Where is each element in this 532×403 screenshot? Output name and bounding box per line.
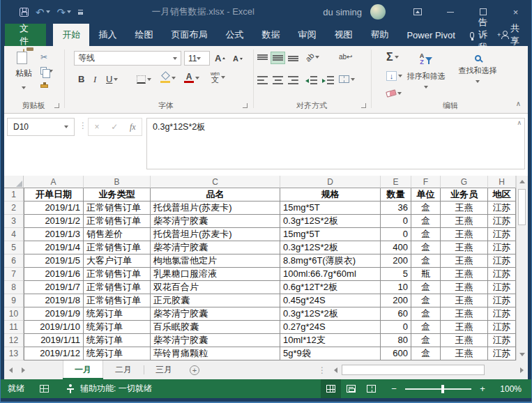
cell-F8[interactable]: 盒 [411, 281, 441, 294]
cell-G1[interactable]: 业务员 [441, 188, 488, 202]
paste-button[interactable]: 粘贴 [10, 50, 38, 92]
scroll-left-icon[interactable] [329, 360, 342, 379]
clipboard-dialog-launcher-icon[interactable] [54, 103, 59, 108]
cell-H6[interactable]: 江苏 [488, 254, 516, 268]
ribbon-tab-review[interactable]: 审阅 [289, 24, 325, 46]
name-box[interactable]: D10 [7, 118, 75, 136]
cell-A12[interactable]: 2019/1/11 [24, 334, 84, 347]
cell-E10[interactable]: 60 [381, 307, 411, 321]
cell-A1[interactable]: 开单日期 [24, 188, 84, 202]
sheet-tab-march[interactable]: 三月 [144, 360, 184, 379]
cell-F9[interactable]: 盒 [411, 294, 441, 307]
cell-B7[interactable]: 正常销售订单 [84, 268, 151, 281]
phonetic-dropdown-icon[interactable] [221, 76, 225, 79]
cell-G5[interactable]: 王燕 [441, 241, 488, 254]
increase-font-size-button[interactable]: A [215, 53, 225, 63]
cell-D12[interactable]: 10ml*12支 [280, 334, 381, 347]
row-header-9[interactable]: 9 [4, 294, 24, 307]
paste-dropdown-icon[interactable] [22, 86, 26, 89]
tell-me-button[interactable]: 告诉我 [464, 24, 501, 46]
vertical-scrollbar[interactable] [516, 176, 528, 360]
cell-D11[interactable]: 0.27g*24S [280, 321, 381, 334]
cell-A5[interactable]: 2019/1/4 [24, 241, 84, 254]
sheet-tab-january[interactable]: 一月 [63, 360, 103, 379]
cell-C11[interactable]: 百乐眠胶囊 [151, 321, 280, 334]
cell-B5[interactable]: 正常销售订单 [84, 241, 151, 254]
fill-dropdown-icon[interactable] [398, 75, 402, 77]
select-all-corner[interactable] [4, 176, 24, 188]
formula-input[interactable]: 0.3g*12S*2板 [146, 118, 525, 169]
col-header-D[interactable]: D [280, 176, 381, 188]
row-header-7[interactable]: 7 [4, 268, 24, 281]
cell-A8[interactable]: 2019/1/7 [24, 281, 84, 294]
previous-sheet-button[interactable] [4, 360, 17, 379]
font-name-dropdown-icon[interactable] [173, 57, 177, 60]
font-size-select[interactable]: 11 [184, 51, 210, 66]
cell-F10[interactable]: 盒 [411, 307, 441, 321]
cell-B3[interactable]: 正常销售订单 [84, 215, 151, 228]
ribbon-tab-insert[interactable]: 插入 [89, 24, 126, 46]
collapse-formula-bar-button[interactable]: ∧ [517, 119, 522, 126]
font-dialog-launcher-icon[interactable] [243, 103, 248, 108]
scroll-down-icon[interactable] [517, 349, 528, 360]
file-tab[interactable]: 文件 [5, 24, 46, 46]
sort-filter-dropdown-icon[interactable] [424, 86, 428, 89]
row-header-13[interactable]: 13 [4, 347, 24, 360]
cell-C13[interactable]: 荜铃胃痛颗粒 [151, 347, 280, 360]
new-sheet-button[interactable]: + [184, 360, 205, 379]
cell-H11[interactable]: 江苏 [488, 321, 516, 334]
cell-F5[interactable]: 盒 [411, 241, 441, 254]
cell-D8[interactable]: 0.6g*12T*2板 [280, 281, 381, 294]
cell-C9[interactable]: 正元胶囊 [151, 294, 280, 307]
cell-G7[interactable]: 王燕 [441, 268, 488, 281]
cell-H4[interactable]: 江苏 [488, 228, 516, 241]
row-header-1[interactable]: 1 [4, 188, 24, 202]
cell-F7[interactable]: 瓶 [411, 268, 441, 281]
redo-dropdown-icon[interactable] [67, 10, 71, 13]
cell-D4[interactable]: 15mg*5T [280, 228, 381, 241]
ribbon-display-options-button[interactable] [401, 0, 434, 24]
find-select-button[interactable]: 查找和选择 [453, 50, 502, 84]
cell-F12[interactable]: 盒 [411, 334, 441, 347]
phonetic-guide-button[interactable]: wén文 [211, 71, 225, 84]
fill-button[interactable]: ↓ [386, 71, 402, 81]
cell-A6[interactable]: 2019/1/5 [24, 254, 84, 268]
font-color-dropdown-icon[interactable] [195, 77, 199, 79]
alignment-dialog-launcher-icon[interactable] [361, 103, 366, 108]
bold-button[interactable]: B [78, 74, 84, 84]
autosum-dropdown-icon[interactable] [395, 56, 399, 59]
cell-B1[interactable]: 业务类型 [84, 188, 151, 202]
cell-C6[interactable]: 枸地氯雷他定片 [151, 254, 280, 268]
cell-E4[interactable]: 0 [381, 228, 411, 241]
user-name[interactable]: du siming [323, 7, 362, 17]
col-header-F[interactable]: F [411, 176, 441, 188]
row-header-12[interactable]: 12 [4, 334, 24, 347]
align-top-button[interactable] [255, 52, 270, 64]
row-header-2[interactable]: 2 [4, 202, 24, 215]
cell-E7[interactable]: 5 [381, 268, 411, 281]
cell-A7[interactable]: 2019/1/6 [24, 268, 84, 281]
horizontal-scrollbar[interactable] [329, 360, 528, 379]
cell-C5[interactable]: 柴芩清宁胶囊 [151, 241, 280, 254]
autosum-button[interactable]: Σ [386, 52, 399, 63]
align-bottom-button[interactable] [286, 52, 301, 64]
accessibility-status[interactable]: 辅助功能: 一切就绪 [80, 383, 152, 395]
cell-D1[interactable]: 规格 [280, 188, 381, 202]
cell-A2[interactable]: 2019/1/1 [24, 202, 84, 215]
cell-G11[interactable]: 王燕 [441, 321, 488, 334]
ribbon-tab-page-layout[interactable]: 页面布局 [162, 24, 216, 46]
cell-H2[interactable]: 江苏 [488, 202, 516, 215]
cell-E6[interactable]: 200 [381, 254, 411, 268]
cell-H5[interactable]: 江苏 [488, 241, 516, 254]
cell-G8[interactable]: 王燕 [441, 281, 488, 294]
cell-A9[interactable]: 2019/1/8 [24, 294, 84, 307]
cell-F4[interactable]: 盒 [411, 228, 441, 241]
borders-dropdown-icon[interactable] [147, 78, 151, 81]
cell-H10[interactable]: 江苏 [488, 307, 516, 321]
decrease-indent-button[interactable] [304, 74, 319, 86]
cell-C4[interactable]: 托伐普坦片(苏麦卡) [151, 228, 280, 241]
col-header-A[interactable]: A [24, 176, 84, 188]
cell-F1[interactable]: 单位 [411, 188, 441, 202]
zoom-out-button[interactable]: − [388, 383, 400, 394]
align-right-button[interactable] [286, 74, 301, 86]
